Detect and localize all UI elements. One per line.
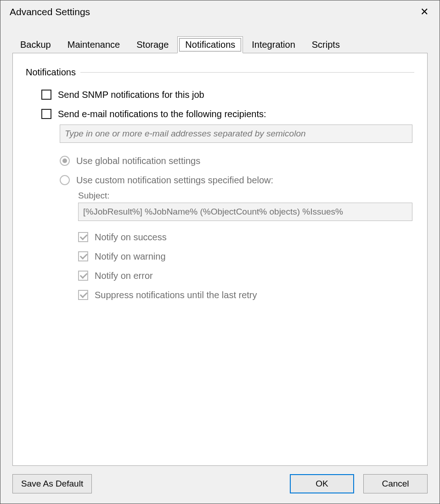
row-snmp: Send SNMP notifications for this job xyxy=(41,89,414,101)
row-notify-error: Notify on error xyxy=(78,270,414,282)
checkbox-email[interactable] xyxy=(41,109,51,119)
group-header: Notifications xyxy=(26,67,414,78)
checkbox-notify-warning[interactable] xyxy=(78,251,88,261)
checkbox-suppress[interactable] xyxy=(78,290,88,300)
label-radio-global: Use global notification settings xyxy=(76,155,200,167)
tab-storage[interactable]: Storage xyxy=(129,36,176,53)
subject-label: Subject: xyxy=(78,191,412,201)
group-divider xyxy=(80,72,414,73)
email-input[interactable] xyxy=(60,125,412,143)
advanced-settings-dialog: Advanced Settings ✕ Backup Maintenance S… xyxy=(0,0,440,504)
tab-integration[interactable]: Integration xyxy=(244,36,303,53)
row-radio-custom: Use custom notification settings specifi… xyxy=(60,174,414,186)
label-email: Send e-mail notifications to the followi… xyxy=(58,108,266,120)
checkbox-notify-error[interactable] xyxy=(78,271,88,281)
label-snmp: Send SNMP notifications for this job xyxy=(58,89,204,101)
titlebar: Advanced Settings ✕ xyxy=(0,0,440,23)
group-title: Notifications xyxy=(26,67,80,78)
close-icon[interactable]: ✕ xyxy=(416,5,433,19)
subject-block: Subject: xyxy=(78,191,412,221)
checkbox-notify-success[interactable] xyxy=(78,232,88,242)
label-radio-custom: Use custom notification settings specifi… xyxy=(76,174,273,186)
tab-content-notifications: Notifications Send SNMP notifications fo… xyxy=(12,53,428,466)
tab-notifications[interactable]: Notifications xyxy=(177,36,243,53)
cancel-button[interactable]: Cancel xyxy=(363,474,428,493)
label-suppress: Suppress notifications until the last re… xyxy=(95,289,257,301)
row-notify-warning: Notify on warning xyxy=(78,250,414,262)
save-as-default-button[interactable]: Save As Default xyxy=(12,474,92,493)
radio-custom[interactable] xyxy=(60,175,70,185)
row-email: Send e-mail notifications to the followi… xyxy=(41,108,414,120)
checkbox-snmp[interactable] xyxy=(41,90,51,100)
tabstrip: Backup Maintenance Storage Notifications… xyxy=(12,36,428,53)
tab-scripts[interactable]: Scripts xyxy=(304,36,348,53)
email-input-block xyxy=(60,125,412,143)
subject-input[interactable] xyxy=(78,203,412,221)
tab-backup[interactable]: Backup xyxy=(12,36,59,53)
row-suppress: Suppress notifications until the last re… xyxy=(78,289,414,301)
dialog-title: Advanced Settings xyxy=(10,6,90,17)
row-radio-global: Use global notification settings xyxy=(60,155,414,167)
label-notify-error: Notify on error xyxy=(95,270,153,282)
tab-maintenance[interactable]: Maintenance xyxy=(60,36,128,53)
dialog-footer: Save As Default OK Cancel xyxy=(0,466,440,504)
label-notify-warning: Notify on warning xyxy=(95,250,166,262)
row-notify-success: Notify on success xyxy=(78,231,414,243)
ok-button[interactable]: OK xyxy=(290,474,354,493)
radio-global[interactable] xyxy=(60,156,70,166)
label-notify-success: Notify on success xyxy=(95,231,167,243)
